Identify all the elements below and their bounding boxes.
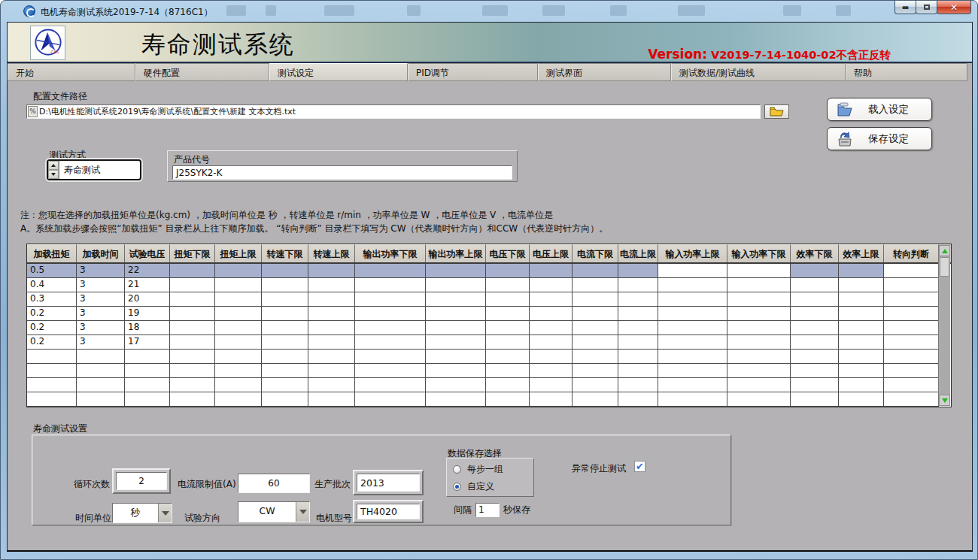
table-cell[interactable] xyxy=(618,307,658,321)
table-cell[interactable] xyxy=(573,307,618,321)
table-cell[interactable] xyxy=(839,378,884,392)
direction-dropdown-arrow[interactable] xyxy=(296,502,309,522)
cycle-count-input[interactable]: 2 xyxy=(116,472,167,490)
test-mode-spinner[interactable] xyxy=(48,161,59,179)
table-cell[interactable] xyxy=(530,307,573,321)
column-header[interactable]: 电压上限 xyxy=(530,244,573,262)
table-cell[interactable] xyxy=(77,378,125,392)
column-header[interactable]: 输入功率上限 xyxy=(658,244,727,262)
table-cell[interactable] xyxy=(215,278,262,292)
table-cell[interactable] xyxy=(170,264,215,278)
table-cell[interactable] xyxy=(727,321,791,335)
table-cell[interactable] xyxy=(658,378,727,392)
table-cell[interactable] xyxy=(486,278,530,292)
table-cell[interactable] xyxy=(125,350,170,364)
table-cell[interactable] xyxy=(658,350,727,364)
table-cell[interactable] xyxy=(262,321,308,335)
scrollbar-thumb[interactable] xyxy=(940,257,949,277)
table-cell[interactable] xyxy=(791,264,839,278)
table-cell[interactable]: 3 xyxy=(77,335,125,350)
time-unit-dropdown-arrow[interactable] xyxy=(158,504,172,522)
table-cell[interactable] xyxy=(170,292,215,307)
table-cell[interactable] xyxy=(658,335,727,350)
spinner-up-button[interactable] xyxy=(48,161,59,170)
table-cell[interactable] xyxy=(618,392,658,407)
tab-6[interactable]: 测试数据/测试曲线 xyxy=(671,63,846,81)
table-cell[interactable] xyxy=(618,292,658,307)
table-cell[interactable] xyxy=(530,278,573,292)
table-cell[interactable] xyxy=(884,264,939,278)
table-cell[interactable] xyxy=(308,292,355,307)
table-cell[interactable] xyxy=(884,378,939,392)
column-header[interactable]: 电流下限 xyxy=(573,244,618,262)
scroll-up-button[interactable] xyxy=(939,245,950,256)
table-cell[interactable] xyxy=(658,307,727,321)
table-cell[interactable] xyxy=(727,392,791,407)
table-cell[interactable] xyxy=(573,335,618,350)
table-cell[interactable] xyxy=(530,335,573,350)
tab-2[interactable]: 硬件配置 xyxy=(135,63,269,81)
table-cell[interactable] xyxy=(658,364,727,378)
table-cell[interactable] xyxy=(573,264,618,278)
table-cell[interactable] xyxy=(618,364,658,378)
tab-3[interactable]: 测试设定 xyxy=(269,63,408,81)
table-cell[interactable] xyxy=(170,392,215,407)
table-cell[interactable] xyxy=(355,264,426,278)
table-cell[interactable] xyxy=(727,335,791,350)
table-cell[interactable] xyxy=(77,364,125,378)
table-cell[interactable] xyxy=(791,307,839,321)
table-cell[interactable] xyxy=(308,364,355,378)
table-cell[interactable] xyxy=(530,364,573,378)
table-cell[interactable] xyxy=(727,292,791,307)
table-cell[interactable]: 3 xyxy=(77,278,125,292)
table-cell[interactable]: 3 xyxy=(77,307,125,321)
radio-button-step[interactable] xyxy=(453,465,461,474)
table-cell[interactable] xyxy=(308,307,355,321)
table-cell[interactable] xyxy=(262,292,308,307)
table-cell[interactable] xyxy=(355,392,426,407)
table-cell[interactable] xyxy=(308,378,355,392)
table-cell[interactable] xyxy=(573,321,618,335)
interval-input[interactable]: 1 xyxy=(475,503,500,517)
save-settings-button[interactable]: 保存设定 xyxy=(827,127,932,150)
table-cell[interactable] xyxy=(658,264,727,278)
table-cell[interactable] xyxy=(125,378,170,392)
table-cell[interactable] xyxy=(170,278,215,292)
spinner-down-button[interactable] xyxy=(48,170,59,179)
table-cell[interactable] xyxy=(618,264,658,278)
column-header[interactable]: 转速下限 xyxy=(262,244,308,262)
table-cell[interactable] xyxy=(215,364,262,378)
table-cell[interactable] xyxy=(839,321,884,335)
test-mode-selector[interactable]: 寿命测试 xyxy=(47,159,141,180)
table-cell[interactable] xyxy=(262,350,308,364)
table-cell[interactable] xyxy=(727,378,791,392)
table-cell[interactable] xyxy=(727,350,791,364)
column-header[interactable]: 输出功率上限 xyxy=(426,244,486,262)
table-cell[interactable] xyxy=(308,264,355,278)
table-cell[interactable] xyxy=(573,292,618,307)
table-cell[interactable] xyxy=(486,321,530,335)
table-cell[interactable] xyxy=(426,350,486,364)
table-cell[interactable] xyxy=(355,292,426,307)
table-cell[interactable] xyxy=(125,392,170,407)
table-cell[interactable] xyxy=(262,278,308,292)
table-cell[interactable] xyxy=(486,307,530,321)
column-header[interactable]: 试验电压 xyxy=(125,244,170,262)
column-header[interactable]: 转向判断 xyxy=(884,244,939,262)
table-cell[interactable] xyxy=(884,335,939,350)
table-cell[interactable] xyxy=(530,264,573,278)
radio-option-custom[interactable]: 自定义 xyxy=(453,480,533,493)
table-cell[interactable] xyxy=(791,321,839,335)
table-cell[interactable] xyxy=(308,278,355,292)
table-cell[interactable] xyxy=(839,307,884,321)
abnormal-stop-checkbox[interactable]: ✔ xyxy=(634,461,645,472)
table-cell[interactable] xyxy=(486,292,530,307)
table-cell[interactable] xyxy=(308,335,355,350)
table-cell[interactable] xyxy=(791,392,839,407)
column-header[interactable]: 扭矩上限 xyxy=(215,244,262,262)
table-cell[interactable] xyxy=(618,378,658,392)
table-cell[interactable]: 17 xyxy=(125,335,170,350)
column-header[interactable]: 转速上限 xyxy=(308,244,355,262)
column-header[interactable]: 电流上限 xyxy=(618,244,658,262)
table-cell[interactable] xyxy=(658,278,727,292)
